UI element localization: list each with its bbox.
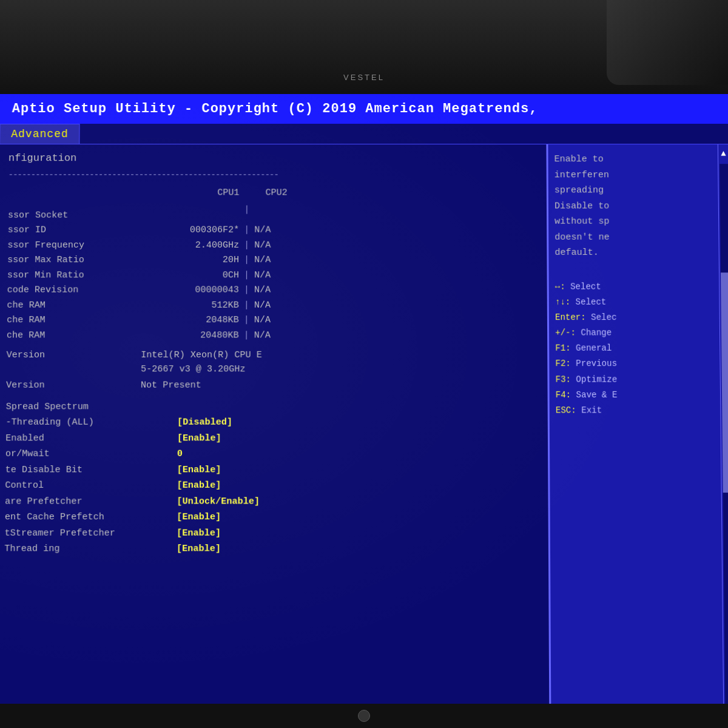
row-label: che RAM: [7, 314, 141, 328]
row-label: che RAM: [7, 298, 141, 312]
header-spacer: [8, 186, 142, 200]
row-values: 20480KB | N/A: [141, 329, 271, 343]
tab-advanced[interactable]: Advanced: [0, 124, 80, 144]
right-panel: Enable to interferen spreading Disable t…: [546, 144, 728, 728]
scrollbar-up-arrow[interactable]: ▲: [721, 144, 726, 163]
row-label: ssor Socket: [8, 209, 142, 223]
list-item: Spread Spectrum: [6, 400, 539, 414]
row-values: 2048KB | N/A: [141, 314, 271, 328]
settings-value: [Enable]: [177, 432, 221, 446]
version-label-2: Version: [6, 379, 141, 393]
settings-label: te Disable Bit: [5, 463, 177, 477]
version-cpu2-value: Not Present: [141, 379, 201, 393]
table-row: ssor Socket |: [8, 203, 538, 222]
nav-key-symbol: +/-:: [555, 328, 581, 337]
bios-content: Aptio Setup Utility - Copyright (C) 2019…: [0, 94, 728, 728]
help-line3: spreading: [554, 185, 604, 195]
list-item[interactable]: Enabled [Enable]: [5, 432, 539, 446]
scrollbar-track[interactable]: [720, 164, 728, 715]
settings-label: are Prefetcher: [5, 495, 177, 509]
nav-key-row: F2: Previous: [555, 356, 724, 372]
row-label: ssor Min Ratio: [7, 269, 141, 283]
settings-label: Control: [5, 479, 177, 493]
left-panel: nfiguration ----------------------------…: [0, 144, 550, 728]
info-table: ssor Socket | ssor ID 000306F2* | N/A: [7, 203, 538, 342]
row-values: 2.400GHz | N/A: [141, 238, 271, 252]
nav-key-row: ↔: Select: [555, 279, 724, 294]
settings-label: -Threading (ALL): [5, 416, 177, 430]
monitor-power-button[interactable]: [358, 710, 370, 722]
settings-value: [Enable]: [177, 527, 221, 541]
table-row: ssor Max Ratio 20H | N/A: [7, 254, 538, 268]
nav-key-row: +/-: Change: [555, 325, 724, 341]
table-row: che RAM 2048KB | N/A: [7, 314, 538, 328]
list-item[interactable]: te Disable Bit [Enable]: [5, 463, 539, 477]
row-label: ssor ID: [8, 224, 142, 238]
list-item[interactable]: ent Cache Prefetch [Enable]: [5, 511, 539, 525]
nav-key-label: Save & E: [576, 390, 618, 400]
help-line2: interferen: [554, 170, 609, 180]
settings-value: [Enable]: [177, 463, 221, 477]
version-label: Version: [6, 349, 141, 363]
nav-key-symbol: F4:: [556, 390, 576, 400]
version-row-cpu1: Version Intel(R) Xeon(R) CPU E5-2667 v3 …: [6, 349, 538, 377]
nav-key-symbol: ↑↓:: [555, 297, 576, 306]
row-values: 512KB | N/A: [141, 298, 271, 312]
nav-key-row: Enter: Selec: [555, 310, 724, 325]
table-row: ssor Frequency 2.400GHz | N/A: [7, 238, 538, 252]
separator: ----------------------------------------…: [8, 169, 538, 181]
list-item[interactable]: or/Mwait 0: [5, 448, 539, 462]
nav-key-label: Previous: [576, 359, 617, 368]
nav-key-label: Optimize: [576, 374, 617, 384]
nav-key-label: Exit: [581, 405, 602, 415]
nav-key-symbol: ESC:: [556, 405, 581, 415]
main-layout: nfiguration ----------------------------…: [0, 144, 728, 728]
row-label: che RAM: [7, 329, 141, 343]
settings-value: 0: [177, 448, 183, 462]
nav-key-row: F3: Optimize: [556, 372, 725, 388]
help-line4: Disable to: [554, 201, 609, 211]
settings-label: Enabled: [5, 432, 177, 446]
list-item: Thread ing [Enable]: [4, 542, 539, 556]
cpu-header-row: CPU1 CPU2: [8, 186, 538, 200]
table-row: che RAM 512KB | N/A: [7, 298, 538, 312]
nav-key-symbol: F1:: [555, 343, 576, 353]
help-line1: Enable to: [554, 154, 604, 164]
list-item[interactable]: Control [Enable]: [5, 479, 539, 493]
nav-key-row: F4: Save & E: [556, 388, 726, 403]
list-item[interactable]: tStreamer Prefetcher [Enable]: [4, 527, 539, 541]
nav-key-symbol: F3:: [556, 374, 576, 384]
scrollbar[interactable]: ▲ ▼: [718, 144, 728, 728]
section-title: nfiguration: [8, 150, 538, 166]
version-row-cpu2: Version Not Present: [6, 379, 538, 393]
monitor-bottom-bezel: [0, 704, 728, 728]
help-divider: [555, 261, 724, 279]
nav-key-row: F1: General: [555, 341, 724, 357]
nav-key-label: Select: [570, 281, 601, 291]
nav-key-symbol: ↔:: [555, 281, 570, 291]
row-label: ssor Max Ratio: [7, 254, 141, 268]
settings-label: ent Cache Prefetch: [5, 511, 177, 525]
nav-key-label: Change: [581, 328, 612, 337]
help-line7: default.: [554, 248, 598, 258]
table-row: ssor Min Ratio 0CH | N/A: [7, 269, 538, 283]
nav-keys: ↔: Select ↑↓: Select Enter: Selec +/-: C…: [555, 279, 726, 419]
monitor-brand: VESTEL: [343, 73, 385, 82]
bios-screen: Aptio Setup Utility - Copyright (C) 2019…: [0, 94, 728, 728]
settings-label: Thread ing: [4, 542, 177, 556]
help-line6: doesn't ne: [554, 232, 609, 242]
row-values: 0CH | N/A: [141, 269, 271, 283]
help-line5: without sp: [554, 217, 609, 227]
list-item[interactable]: are Prefetcher [Unlock/Enable]: [5, 495, 539, 509]
nav-key-row: ESC: Exit: [556, 403, 726, 419]
row-values: 00000043 | N/A: [141, 284, 271, 298]
settings-label: Spread Spectrum: [6, 400, 178, 414]
version-cpu1-value: Intel(R) Xeon(R) CPU E5-2667 v3 @ 3.20GH…: [141, 349, 262, 377]
row-values: 000306F2* | N/A: [141, 224, 271, 238]
table-row: code Revision 00000043 | N/A: [7, 284, 538, 298]
settings-value: [Enable]: [177, 542, 221, 556]
nav-key-symbol: Enter:: [555, 312, 591, 322]
row-label: code Revision: [7, 284, 141, 298]
list-item[interactable]: -Threading (ALL) [Disabled]: [5, 416, 538, 430]
scrollbar-thumb[interactable]: [721, 273, 728, 493]
